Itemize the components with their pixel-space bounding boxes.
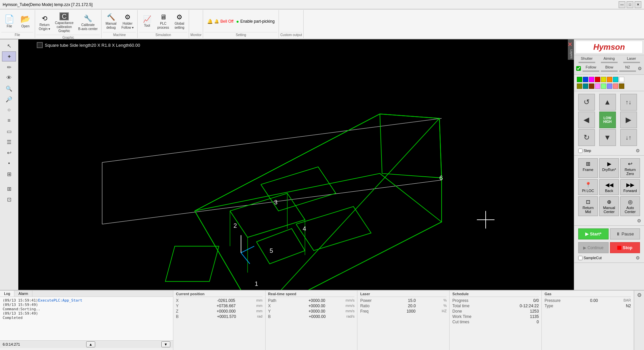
sidebar-tool2-btn[interactable]: ⊡ <box>2 194 16 204</box>
color-swatch-8[interactable] <box>619 77 624 82</box>
step-checkbox[interactable] <box>578 149 583 153</box>
pause-btn[interactable]: ⏸ Pause <box>610 228 640 239</box>
log-scroll-up-btn[interactable]: ▲ <box>86 341 95 347</box>
color-swatch-13[interactable] <box>601 83 606 89</box>
model-view-selector[interactable] <box>37 42 43 48</box>
down-btn[interactable]: ▼ <box>599 129 616 146</box>
up-btn[interactable]: ▲ <box>599 94 616 111</box>
canvas-close-btn[interactable]: ✕ <box>568 41 573 48</box>
left-btn[interactable]: ◀ <box>578 112 595 128</box>
pos-z-label: Z <box>176 309 196 314</box>
stop-btn[interactable]: Stop <box>610 242 640 253</box>
sidebar-layer-btn[interactable]: ☰ <box>2 137 16 147</box>
aiming-label: Aiming <box>604 56 615 60</box>
rotate-ccw-btn[interactable]: ↺ <box>578 94 595 111</box>
file-new-btn[interactable]: 📄 File <box>1 13 17 30</box>
close-btn[interactable]: ✕ <box>635 1 641 8</box>
log-link-1[interactable]: ExecutePLC:App_Start <box>38 298 82 303</box>
sidebar-eyedrop-btn[interactable]: 👁 <box>2 73 16 83</box>
sidebar-transform-btn[interactable]: ⊞ <box>2 169 16 179</box>
color-swatch-14[interactable] <box>607 83 612 89</box>
step-checkbox-label[interactable]: Step <box>578 149 591 153</box>
color-swatch-5[interactable] <box>601 77 606 82</box>
capacitance-btn[interactable]: C CapacitancecalibrationGraphic <box>52 11 76 35</box>
color-swatch-6[interactable] <box>607 77 612 82</box>
sidebar-lines-btn[interactable]: ≡ <box>2 116 16 126</box>
color-swatch-12[interactable] <box>595 83 600 89</box>
green-check[interactable] <box>576 66 581 71</box>
schedule-time-value: 0-12:24:22 <box>520 304 539 308</box>
global-icon: ⚙ <box>176 13 182 21</box>
color-swatch-15[interactable] <box>613 83 618 89</box>
custom-group-label: Custom output <box>280 32 302 37</box>
svg-text:4: 4 <box>303 225 306 232</box>
color-swatch-3[interactable] <box>589 77 594 82</box>
speed-panel: Real-time speed Path +0000.00 mm/s X +00… <box>266 291 358 350</box>
sidebar-dot-btn[interactable]: • <box>2 158 16 168</box>
forward-btn[interactable]: ▶▶ Forward <box>620 179 640 195</box>
down-shift-btn[interactable]: ↓↑ <box>620 129 637 146</box>
return-zero-btn[interactable]: ↩ ReturnZero <box>620 158 640 178</box>
sidebar-zoom-in-btn[interactable]: 🔍 <box>2 83 16 94</box>
alarm-tab[interactable]: Alarm <box>14 291 32 297</box>
color-swatch-9[interactable] <box>577 83 582 89</box>
log-scroll-down-btn[interactable]: ▼ <box>161 341 170 347</box>
start-btn[interactable]: ▶ Start* <box>578 228 609 239</box>
return-mid-btn[interactable]: ⊡ ReturnMid <box>578 196 598 216</box>
back-btn[interactable]: ◀◀ Back <box>599 179 619 195</box>
schedule-panel: Schedule Progress 0/0 Total time 0-12:24… <box>450 291 542 350</box>
manual-debug-btn[interactable]: 🔨 Manualdebug <box>103 11 119 31</box>
actions-settings-icon[interactable]: ⚙ <box>637 218 641 223</box>
color-swatch-10[interactable] <box>583 83 588 89</box>
color-swatch-4[interactable] <box>595 77 600 82</box>
minimize-btn[interactable]: — <box>619 1 625 8</box>
svg-text:2: 2 <box>233 222 237 229</box>
sample-cut-checkbox[interactable] <box>578 256 583 260</box>
bottom-settings-icon[interactable]: ⚙ <box>637 292 642 298</box>
color-swatch-2[interactable] <box>583 77 588 82</box>
calibrate-btn[interactable]: 🔧 CalibrateB-axis center <box>76 13 100 33</box>
bell-off-item[interactable]: 🔔 🔔 Bell Off <box>207 19 233 24</box>
aiming-value <box>601 62 618 63</box>
start-label: Start* <box>590 231 602 236</box>
sidebar-arrows-btn[interactable]: ⊞ <box>2 184 16 194</box>
sidebar-circle-btn[interactable]: ○ <box>2 105 16 115</box>
sample-settings-icon[interactable]: ⚙ <box>636 255 640 260</box>
frame-btn[interactable]: ⊞ Frame <box>578 158 598 178</box>
sidebar-select-btn[interactable]: ↖ <box>2 41 16 51</box>
manual-center-btn[interactable]: ⊕ ManualCenter <box>599 196 619 216</box>
plc-process-btn[interactable]: 🖥 PLCprocess <box>155 12 171 31</box>
return-origin-btn[interactable]: ⟲ ReturnOrigin ▾ <box>36 13 52 33</box>
up-shift-btn[interactable]: ↑↓ <box>620 94 637 111</box>
sidebar-pen-btn[interactable]: ✏ <box>2 62 16 72</box>
global-setting-btn[interactable]: ⚙ Globalsetting <box>171 11 187 31</box>
enable-part-item[interactable]: ● Enable part-picking <box>236 19 275 24</box>
color-swatch-11[interactable] <box>589 83 594 89</box>
sidebar-rect-btn[interactable]: ▭ <box>2 126 16 136</box>
pos-b-value: +0001.570 <box>217 314 236 319</box>
schedule-worktime-row: Work Time 1135 <box>452 314 539 319</box>
step-settings-icon[interactable]: ⚙ <box>636 148 640 153</box>
canvas-area[interactable]: Square tube Side length20 X R1.8 X Lengt… <box>18 39 574 290</box>
right-btn[interactable]: ▶ <box>620 112 637 128</box>
sidebar-undo-btn[interactable]: ↩ <box>2 148 16 158</box>
low-high-btn[interactable]: LOWHIGH <box>599 112 616 128</box>
dryrun-btn[interactable]: ▶ DryRun* <box>599 158 619 178</box>
log-tab[interactable]: Log <box>0 291 14 297</box>
laser-settings-icon[interactable]: ⚙ <box>638 66 642 71</box>
color-swatch-16[interactable] <box>619 83 624 89</box>
file-open-btn[interactable]: 📂 Open <box>17 13 33 30</box>
sidebar-zoom-out-btn[interactable]: 🔎 <box>2 94 16 104</box>
color-swatch-1[interactable] <box>577 77 582 82</box>
maximize-btn[interactable]: □ <box>627 1 633 8</box>
pt-loc-btn[interactable]: 📍 Pt LOC <box>578 179 598 195</box>
sample-cut-label[interactable]: SampleCut <box>578 256 602 260</box>
tool-btn[interactable]: 📈 Tool <box>139 13 155 29</box>
dryrun-label: DryRun* <box>602 168 616 172</box>
holder-follow-btn[interactable]: ⚙ HolderFollow ▾ <box>119 11 136 31</box>
auto-center-btn[interactable]: ◎ AutoCenter <box>620 196 640 216</box>
color-swatch-7[interactable] <box>613 77 618 82</box>
laser-ratio-value: 20.0 <box>408 304 416 308</box>
sidebar-cursor-btn[interactable]: ✦ <box>2 51 16 61</box>
rotate-cw-btn[interactable]: ↻ <box>578 129 595 146</box>
